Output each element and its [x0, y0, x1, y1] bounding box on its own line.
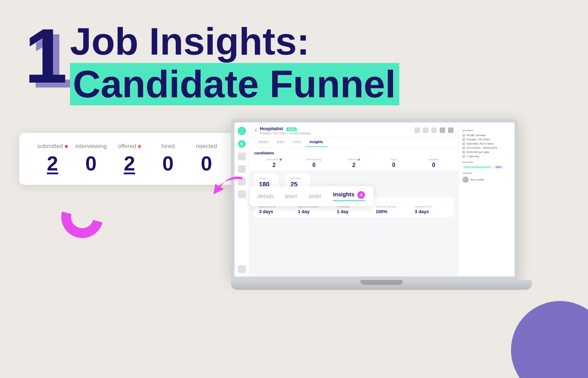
topbar-icon-2[interactable]: [423, 127, 428, 133]
cand-dot-offered: [358, 159, 360, 161]
rp-team: Operated: All-on team: [462, 142, 511, 145]
rp-salary: $100,000 per year: [462, 150, 511, 154]
funnel-values: 2 0 2 0 0: [33, 153, 226, 174]
rp-benefits-title: benefits: [462, 161, 511, 164]
job-badge: Open: [286, 127, 297, 131]
contact-name: Tony Smith: [470, 178, 484, 181]
cand-num-offered: 2: [334, 162, 374, 168]
benefit-tag-1: 401k: [494, 166, 503, 169]
floating-tab-team[interactable]: team: [285, 193, 298, 200]
hero-number: 1: [24, 18, 64, 94]
interviewing-count: 0: [85, 152, 97, 175]
sidebar-icon-home[interactable]: [238, 127, 246, 135]
rp-company: ACME General: [462, 134, 511, 137]
pink-arrow: [206, 172, 248, 200]
top-bar-left: Hospitalist Open Franklin, TN 37067 • AC…: [254, 125, 310, 135]
submitted-label: submitted: [37, 143, 63, 150]
floating-tab-details[interactable]: details: [258, 193, 274, 200]
candidates-grid: submitted 2 interviewing 0 offered: [254, 158, 454, 168]
offered-count: 2: [124, 152, 135, 175]
offered-dot: [138, 145, 141, 148]
floating-tab-insights[interactable]: insights 4: [333, 191, 365, 201]
job-title-area: Hospitalist Open Franklin, TN 37067 • AC…: [260, 125, 310, 135]
tab-order[interactable]: order: [289, 138, 305, 147]
back-icon[interactable]: [254, 128, 258, 132]
sidebar-add-button[interactable]: +: [238, 140, 246, 148]
app-sidebar: +: [234, 122, 249, 276]
salary-icon: [462, 151, 465, 154]
tab-details[interactable]: details: [254, 138, 273, 147]
candidates-section: candidates submitted 2 interviewing 0: [249, 147, 458, 170]
nav-tabs: details team order insights: [249, 138, 458, 147]
benefit-tag-0: Travel Reimbursement: [462, 166, 492, 169]
calendar-icon: [462, 147, 465, 149]
openings-icon: [462, 155, 465, 158]
funnel-value-hired: 0: [149, 153, 187, 174]
cand-interviewing: interviewing 0: [294, 158, 334, 168]
title-line2: Candidate Funnel: [73, 64, 396, 104]
tab-insights[interactable]: insights: [306, 138, 327, 147]
insights-badge: 4: [357, 191, 365, 199]
submitted-count: 2: [47, 152, 58, 175]
topbar-icon-1[interactable]: [414, 127, 420, 133]
sidebar-icon-1[interactable]: [238, 153, 246, 160]
job-metric-3: submit to interview 100%: [376, 205, 410, 214]
job-metric-1: days to first submit 1 day: [298, 205, 332, 214]
job-subtitle: Franklin, TN 37067 • ACME General: [260, 132, 310, 135]
right-panel: position ACME General Franklin, TN 37067…: [458, 122, 514, 276]
floating-tab-order[interactable]: order: [309, 193, 322, 200]
topbar-icon-3[interactable]: [431, 127, 437, 133]
rp-dates: 02/11/2022 - 08/10/2023: [462, 146, 511, 149]
job-metric-4: interview to hire 3 days: [415, 205, 449, 214]
top-bar: Hospitalist Open Franklin, TN 37067 • AC…: [249, 122, 458, 138]
views-label: views: [259, 177, 274, 180]
funnel-value-rejected: 0: [187, 153, 226, 174]
contact-avatar: [462, 176, 469, 183]
job-metrics-grid: days to first hire 3 days days to first …: [259, 205, 449, 214]
topbar-icon-stop[interactable]: [448, 127, 454, 133]
c-shape-decoration: [54, 188, 111, 246]
hired-count: 0: [162, 152, 174, 175]
cand-num-hired: 0: [374, 162, 414, 168]
interviewing-label: interviewing: [75, 143, 107, 150]
funnel-value-submitted: 2: [33, 153, 72, 174]
cand-hired: hired 0: [374, 158, 414, 168]
sidebar-icon-bottom[interactable]: [238, 265, 246, 273]
candidates-title: candidates: [254, 151, 454, 155]
topbar-icon-pause[interactable]: [440, 127, 445, 133]
funnel-label-interviewing: interviewing: [72, 143, 110, 150]
job-metric-0: days to first hire 3 days: [259, 205, 293, 214]
applies-label: first time: [290, 177, 305, 180]
cand-offered: offered 2: [334, 158, 374, 168]
rejected-label: rejected: [196, 143, 217, 150]
title-block: Job Insights: Candidate Funnel: [70, 21, 399, 105]
cand-num-submitted: 2: [254, 162, 294, 168]
funnel-label-offered: offered: [110, 143, 149, 150]
laptop-notch: [360, 280, 402, 285]
title-line2-wrap: Candidate Funnel: [70, 63, 399, 106]
job-name: Hospitalist: [260, 126, 283, 131]
funnel-label-hired: hired: [149, 143, 187, 150]
funnel-label-rejected: rejected: [187, 143, 226, 150]
cand-num-interviewing: 0: [294, 162, 334, 168]
purple-circle-decoration: [511, 301, 588, 378]
company-icon: [462, 134, 465, 137]
rp-openings: 1 opening: [462, 155, 511, 158]
cand-dot-submitted: [280, 159, 282, 161]
funnel-value-offered: 2: [110, 153, 149, 174]
funnel-label-submitted: submitted: [33, 143, 72, 150]
rp-position-title: position: [462, 129, 511, 132]
rp-benefits-tags: Travel Reimbursement 401k: [462, 166, 511, 169]
cand-submitted: submitted 2: [254, 158, 294, 168]
rp-location: Franklin, TN 37067: [462, 138, 511, 141]
tab-team[interactable]: team: [273, 138, 289, 147]
funnel-labels: submitted interviewing offered hired rej…: [33, 143, 226, 150]
cand-num-rejected: 0: [414, 162, 454, 168]
rp-contact-row: Tony Smith: [462, 176, 511, 183]
funnel-value-interviewing: 0: [72, 153, 110, 174]
location-icon: [462, 138, 465, 141]
rp-contact-title: contact: [462, 172, 511, 175]
tabs-floating-card: details team order insights 4: [249, 186, 373, 206]
top-bar-right: [414, 127, 454, 133]
laptop-base: [231, 280, 532, 290]
